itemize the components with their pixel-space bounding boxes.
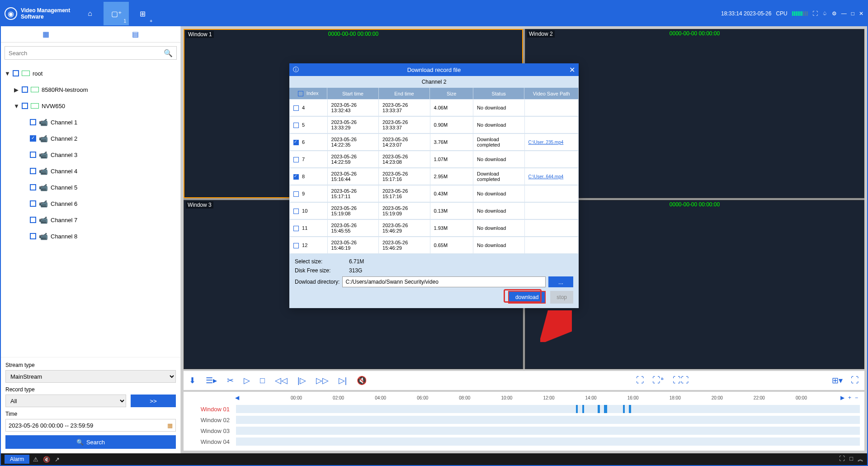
tree-channel-5[interactable]: 📹 Channel 5 xyxy=(5,179,177,195)
time-range-value[interactable]: 2023-05-26 00:00:00 -- 23:59:59 xyxy=(9,422,93,429)
stop-icon[interactable]: □ xyxy=(260,376,265,385)
download-row[interactable]: 12 2023-05-2615:46:19 2023-05-2615:46:29… xyxy=(289,237,579,254)
alarm-button[interactable]: Alarm xyxy=(5,455,29,464)
channel-checkbox[interactable] xyxy=(30,152,36,158)
status-mute-icon[interactable]: 🔇 xyxy=(43,456,50,463)
play-icon[interactable]: ▷ xyxy=(244,376,250,385)
status-collapse-icon[interactable]: ︽ xyxy=(858,455,863,463)
channel-checkbox[interactable] xyxy=(30,168,36,174)
row-checkbox[interactable] xyxy=(293,209,299,214)
row-checkbox[interactable] xyxy=(293,174,299,180)
tree-device-0[interactable]: ▶8580RN-testroom xyxy=(5,81,177,98)
row-checkbox[interactable] xyxy=(293,191,299,197)
timeline-track[interactable] xyxy=(236,427,860,435)
timeline-row-4[interactable]: Window 04 xyxy=(188,436,860,447)
download-row[interactable]: 7 2023-05-2614:22:59 2023-05-2614:23:08 … xyxy=(289,151,579,168)
row-checkbox[interactable] xyxy=(293,243,299,248)
minimize-icon[interactable]: — xyxy=(841,10,847,17)
timeline-next[interactable]: ▶ xyxy=(839,395,846,401)
download-row[interactable]: 8 2023-05-2615:16:44 2023-05-2615:17:16 … xyxy=(289,168,579,185)
tab-grid[interactable]: ⊞+ xyxy=(130,2,155,25)
tree-channel-2[interactable]: 📹 Channel 2 xyxy=(5,130,177,147)
close-icon[interactable]: ✕ xyxy=(859,10,863,17)
tab-home[interactable]: ⌂ xyxy=(77,2,103,25)
timeline-prev[interactable]: ◀ xyxy=(233,395,241,401)
channel-checkbox[interactable] xyxy=(30,233,36,239)
rewind-icon[interactable]: ◁◁ xyxy=(275,376,288,385)
calendar-icon[interactable]: ▦ xyxy=(167,422,173,429)
channel-checkbox[interactable] xyxy=(30,217,36,223)
step-back-icon[interactable]: |▷ xyxy=(297,376,306,385)
timeline-zoom-in[interactable]: + xyxy=(846,395,853,401)
download-row[interactable]: 10 2023-05-2615:19:08 2023-05-2615:19:09… xyxy=(289,202,579,219)
path-link[interactable]: C:\User..644.mp4 xyxy=(528,174,564,179)
zoom-icon[interactable]: ⛶⁺ xyxy=(652,376,665,385)
download-row[interactable]: 9 2023-05-2615:17:11 2023-05-2615:17:16 … xyxy=(289,185,579,202)
search-button[interactable]: 🔍Search xyxy=(5,435,176,449)
dialog-close-icon[interactable]: ✕ xyxy=(569,66,575,74)
status-popup-icon[interactable]: ↗ xyxy=(55,456,60,463)
channel-checkbox[interactable] xyxy=(30,184,36,190)
timeline-row-2[interactable]: Window 02 xyxy=(188,414,860,425)
search-icon[interactable]: 🔍 xyxy=(164,49,173,57)
statusbar: Alarm ⚠ 🔇 ↗ ⛶ □ ︽ xyxy=(1,453,867,465)
download-row[interactable]: 11 2023-05-2615:45:55 2023-05-2615:46:29… xyxy=(289,219,579,237)
cut-icon[interactable]: ✂ xyxy=(227,376,234,385)
stop-button[interactable]: stop xyxy=(550,291,573,304)
go-button[interactable]: >> xyxy=(131,395,176,407)
search-input[interactable] xyxy=(9,50,164,57)
directory-input[interactable] xyxy=(342,276,546,287)
timeline-row-3[interactable]: Window 03 xyxy=(188,425,860,436)
fullscreen-icon[interactable]: ⛶ xyxy=(851,376,859,385)
download-icon[interactable]: ⬇ xyxy=(189,376,196,385)
download-row[interactable]: 5 2023-05-2613:33:29 2023-05-2613:33:37 … xyxy=(289,116,579,133)
sidebar-tab-files[interactable]: ▤ xyxy=(91,26,181,42)
timeline-zoom-out[interactable]: − xyxy=(853,395,860,401)
list-icon[interactable]: ☰▸ xyxy=(206,376,217,385)
row-checkbox[interactable] xyxy=(293,123,299,128)
settings-icon[interactable]: ⚙ xyxy=(832,10,837,17)
user-icon[interactable]: ♤ xyxy=(822,10,827,17)
tree-root[interactable]: ▼root xyxy=(5,65,177,81)
status-window-icon[interactable]: □ xyxy=(849,455,853,463)
download-button[interactable]: download xyxy=(508,291,546,304)
sidebar-tab-devices[interactable]: ▦ xyxy=(1,26,91,42)
stream-type-select[interactable]: MainStream xyxy=(5,370,176,383)
channel-checkbox[interactable] xyxy=(30,135,36,142)
row-checkbox[interactable] xyxy=(293,226,299,231)
row-checkbox[interactable] xyxy=(293,140,299,145)
skip-end-icon[interactable]: ▷| xyxy=(339,376,347,385)
tree-channel-1[interactable]: 📹 Channel 1 xyxy=(5,114,177,130)
snapshot-icon[interactable]: ⛶ xyxy=(636,376,644,385)
tree-device-1[interactable]: ▼NVW650 xyxy=(5,98,177,114)
download-row[interactable]: 6 2023-05-2614:22:35 2023-05-2614:23:07 … xyxy=(289,133,579,151)
maximize-icon[interactable]: □ xyxy=(851,10,854,17)
tab-live[interactable]: ▢⁺1 xyxy=(104,2,129,25)
timeline-track[interactable] xyxy=(236,405,860,413)
path-link[interactable]: C:\User..235.mp4 xyxy=(528,140,564,145)
tree-channel-7[interactable]: 📹 Channel 7 xyxy=(5,212,177,228)
tree-channel-4[interactable]: 📹 Channel 4 xyxy=(5,163,177,179)
record-type-select[interactable]: All xyxy=(5,395,126,407)
layout-icon[interactable]: ⊞▾ xyxy=(832,376,843,385)
browse-button[interactable]: ... xyxy=(548,276,573,287)
mute-icon[interactable]: 🔇 xyxy=(357,376,367,385)
screen-icon[interactable]: ⛶ xyxy=(812,10,818,17)
tree-channel-6[interactable]: 📹 Channel 6 xyxy=(5,195,177,212)
download-row[interactable]: 4 2023-05-2613:32:43 2023-05-2613:33:37 … xyxy=(289,99,579,116)
timeline-track[interactable] xyxy=(236,437,860,446)
status-alert-icon[interactable]: ⚠ xyxy=(33,456,38,463)
fast-forward-icon[interactable]: ▷▷ xyxy=(316,376,329,385)
row-checkbox[interactable] xyxy=(293,105,299,111)
tree-channel-8[interactable]: 📹 Channel 8 xyxy=(5,228,177,244)
select-all-checkbox[interactable] xyxy=(298,91,303,96)
sidebar: ▦ ▤ 🔍 ▼root ▶8580RN-testroom ▼NVW650 📹 C… xyxy=(1,26,181,453)
timeline-row-1[interactable]: Window 01 xyxy=(188,404,860,414)
multi-icon[interactable]: ⛶⛶ xyxy=(673,376,689,385)
channel-checkbox[interactable] xyxy=(30,200,36,207)
tree-channel-3[interactable]: 📹 Channel 3 xyxy=(5,147,177,163)
status-expand-icon[interactable]: ⛶ xyxy=(839,455,845,463)
row-checkbox[interactable] xyxy=(293,157,299,162)
channel-checkbox[interactable] xyxy=(30,119,36,125)
timeline-track[interactable] xyxy=(236,416,860,424)
